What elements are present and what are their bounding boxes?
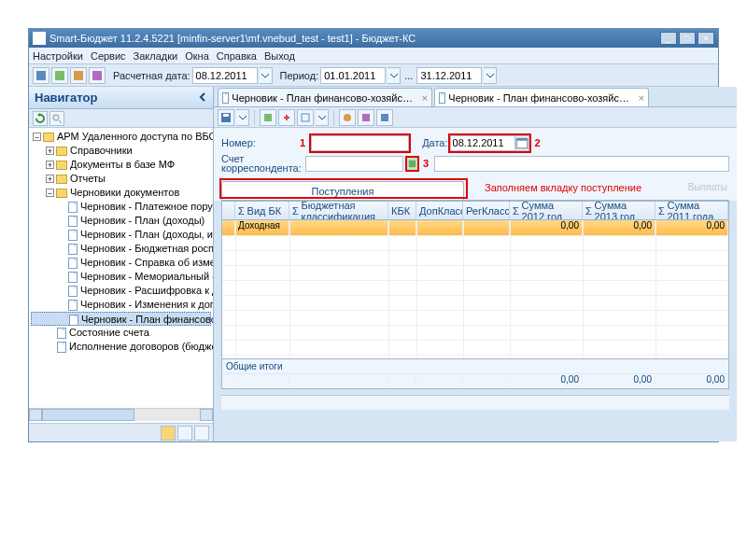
rdate-label: Расчетная дата:: [113, 70, 190, 81]
menu-help[interactable]: Справка: [217, 50, 257, 62]
calendar-icon[interactable]: [515, 135, 529, 151]
tree-root[interactable]: АРМ Удаленного доступа по ВБС: [57, 131, 213, 142]
period-to-dropdown[interactable]: [484, 67, 497, 84]
grid-col-dopklass[interactable]: ДопКласс: [416, 202, 463, 219]
tree-node-contracts[interactable]: Исполнение договоров (бюджетные обязат: [69, 341, 213, 352]
total-sum2012: 0,00: [510, 374, 583, 388]
date-input[interactable]: [450, 135, 515, 151]
expand-icon[interactable]: −: [33, 133, 41, 141]
expand-icon[interactable]: −: [46, 189, 54, 197]
menu-windows[interactable]: Окна: [185, 50, 209, 62]
folder-icon: [56, 175, 67, 184]
grid-col-sum2011[interactable]: Σ Сумма 2011 года: [655, 202, 728, 219]
folder-icon: [56, 161, 67, 170]
close-icon[interactable]: ×: [639, 92, 644, 104]
close-button[interactable]: ×: [698, 32, 714, 45]
nav-refresh-button[interactable]: [33, 111, 48, 126]
menu-settings[interactable]: Настройки: [33, 50, 83, 62]
scroll-right-icon[interactable]: [200, 409, 213, 421]
svg-rect-12: [381, 114, 388, 121]
toolbar-btn-4[interactable]: [89, 67, 106, 84]
tree-node-spravochniki[interactable]: Справочники: [70, 145, 133, 156]
titlebar[interactable]: Smart-Бюджет 11.2.4.5221 [minfin-server1…: [29, 29, 718, 48]
doc-tool-btn[interactable]: [297, 109, 314, 126]
grid-totals-label: Общие итоги: [222, 359, 728, 373]
tree-leaf[interactable]: Черновик - Платежное поручение (расхо: [80, 201, 213, 212]
period-from-input[interactable]: [320, 67, 386, 84]
grid-col-sum2013[interactable]: Σ Сумма 2013 год: [583, 202, 655, 219]
save-button[interactable]: [218, 109, 234, 126]
tree-leaf[interactable]: Черновик - План (доходы, изменения): [80, 229, 213, 240]
doc-tool-dropdown[interactable]: [316, 109, 329, 126]
grid-body[interactable]: Доходная 0,00 0,00 0,00: [222, 220, 728, 358]
document-icon: [57, 342, 66, 353]
nav-status-btn-3[interactable]: [194, 426, 209, 441]
toolbar-btn-2[interactable]: [51, 67, 68, 84]
tree-leaf[interactable]: Черновик - Расшифровка к договорам (Б: [80, 285, 213, 296]
menu-exit[interactable]: Выход: [264, 50, 295, 62]
doc-tool-btn[interactable]: [376, 109, 393, 126]
nav-status-btn-2[interactable]: [177, 426, 192, 441]
tree-leaf[interactable]: Черновик - Изменения к договорам (Бю: [80, 299, 213, 310]
account-picker-button[interactable]: [405, 156, 419, 172]
doc-tool-btn[interactable]: [260, 109, 276, 126]
navigator-collapse-icon[interactable]: [198, 92, 207, 104]
tree-leaf[interactable]: Черновик - Мемориальный ордер: [80, 271, 213, 282]
navigator-hscrollbar[interactable]: [29, 408, 213, 421]
number-input[interactable]: [311, 135, 409, 151]
doc-tool-btn[interactable]: [278, 109, 295, 126]
tree-node-reports[interactable]: Отчеты: [70, 173, 106, 184]
document-icon: [68, 244, 78, 255]
tree-leaf[interactable]: Черновик - Бюджетная роспись (расходы: [80, 243, 213, 254]
grid-col-kbk[interactable]: КБК: [388, 202, 416, 219]
document-tab[interactable]: Черновик - План финансово-хозяйственной …: [218, 88, 432, 106]
minimize-button[interactable]: _: [660, 32, 677, 45]
scroll-thumb[interactable]: [42, 409, 134, 421]
tree-leaf-selected[interactable]: Черновик - План финансово-хозяйствен: [81, 314, 213, 325]
nav-search-button[interactable]: [49, 111, 64, 126]
subtabs: Поступления Заполняем вкладку поступлени…: [214, 176, 737, 201]
scroll-left-icon[interactable]: [29, 409, 42, 421]
expand-icon[interactable]: +: [46, 161, 54, 169]
account-name-input[interactable]: [434, 156, 729, 172]
document-toolbar: [214, 107, 737, 128]
toolbar-btn-3[interactable]: [70, 67, 87, 84]
grid-col-regklass[interactable]: РегКласс: [463, 202, 510, 219]
close-icon[interactable]: ×: [422, 92, 428, 104]
period-to-input[interactable]: [416, 67, 482, 84]
grid-footer: Общие итоги 0,00 0,00 0,00: [222, 358, 728, 388]
navigator-tree[interactable]: −АРМ Удаленного доступа по ВБС +Справочн…: [29, 128, 213, 423]
grid-col-bk[interactable]: Σ Бюджетная классификация: [289, 202, 388, 219]
tree-node-docs[interactable]: Документы в базе МФ: [70, 159, 175, 170]
subtab-receipts[interactable]: Поступления: [221, 181, 464, 200]
rdate-input[interactable]: [192, 67, 258, 84]
menu-service[interactable]: Сервис: [91, 50, 126, 62]
period-sep: ...: [404, 70, 413, 81]
main-toolbar: Расчетная дата: Период: ...: [29, 64, 718, 87]
grid-col-sum2012[interactable]: Σ Сумма 2012 год: [510, 202, 583, 219]
account-code-input[interactable]: [305, 156, 403, 172]
grid-col-vidbk[interactable]: Σ Вид БК: [235, 202, 289, 219]
document-tab-active[interactable]: Черновик - План финансово-хозяйственной …: [434, 88, 649, 106]
svg-rect-1: [55, 71, 64, 80]
grid-corner[interactable]: [222, 202, 235, 219]
doc-tool-btn[interactable]: [358, 109, 374, 126]
form-header: Номер: 1 Дата: 2 Счет корреспондента:: [214, 128, 737, 176]
expand-icon[interactable]: +: [46, 147, 54, 155]
tree-leaf[interactable]: Черновик - План (доходы): [80, 215, 204, 226]
menu-bookmarks[interactable]: Закладки: [134, 50, 178, 62]
nav-status-btn-1[interactable]: [161, 426, 176, 441]
document-icon: [68, 286, 78, 297]
toolbar-btn-1[interactable]: [33, 67, 49, 84]
save-dropdown[interactable]: [236, 109, 249, 126]
rdate-dropdown[interactable]: [260, 67, 273, 84]
period-from-dropdown[interactable]: [388, 67, 401, 84]
maximize-button[interactable]: □: [679, 32, 696, 45]
doc-tool-btn[interactable]: [339, 109, 356, 126]
content-pane: Черновик - План финансово-хозяйственной …: [214, 87, 737, 441]
tree-node-drafts[interactable]: Черновики документов: [70, 187, 179, 198]
tree-leaf[interactable]: Черновик - Справка об изменении бюдж: [80, 257, 213, 268]
folder-icon: [56, 189, 67, 198]
tree-node-account[interactable]: Состояние счета: [69, 327, 149, 338]
expand-icon[interactable]: +: [46, 175, 54, 183]
